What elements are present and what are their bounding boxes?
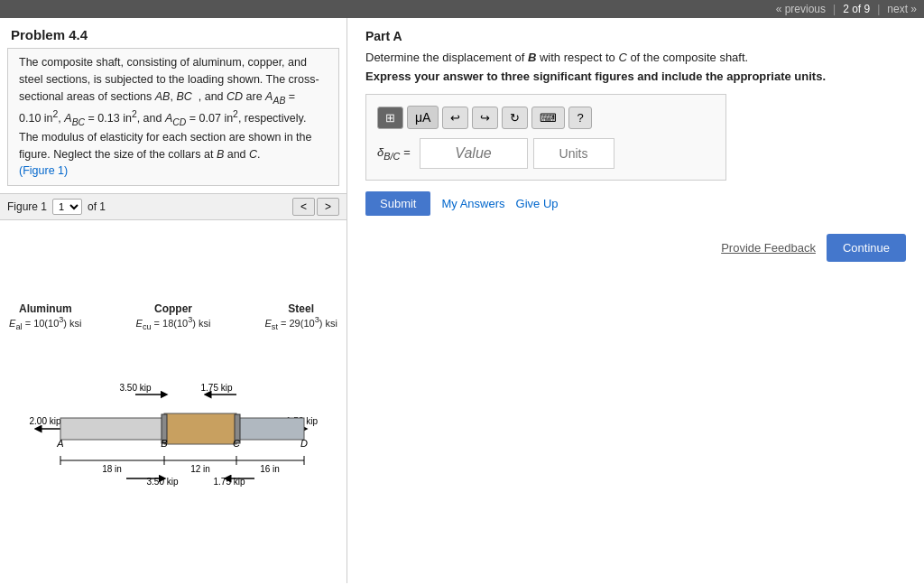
figure-nav-buttons: < > bbox=[292, 198, 339, 216]
answer-box: ⊞ μA ↩ ↪ ↻ ⌨ ? δB/C = bbox=[365, 94, 726, 181]
figure-header: Figure 1 1 of 1 < > bbox=[0, 193, 346, 220]
figure-prev-button[interactable]: < bbox=[292, 198, 315, 216]
matrix-button[interactable]: ⊞ bbox=[377, 107, 403, 129]
my-answers-button[interactable]: My Answers bbox=[441, 197, 504, 210]
bottom-action-row: Provide Feedback Continue bbox=[365, 234, 906, 262]
continue-button[interactable]: Continue bbox=[827, 234, 906, 262]
main-layout: Problem 4.4 The composite shaft, consist… bbox=[0, 18, 924, 583]
redo-button[interactable]: ↪ bbox=[472, 107, 498, 129]
right-panel: Part A Determine the displacement of B w… bbox=[347, 18, 924, 583]
help-button[interactable]: ? bbox=[568, 107, 591, 129]
give-up-button[interactable]: Give Up bbox=[516, 197, 559, 210]
svg-text:C: C bbox=[233, 438, 240, 449]
material-labels: Aluminum Eal = 10(103) ksi Copper Ecu = … bbox=[9, 302, 337, 331]
svg-rect-8 bbox=[60, 418, 164, 440]
mu-button[interactable]: μA bbox=[407, 106, 439, 129]
refresh-button[interactable]: ↻ bbox=[502, 107, 528, 129]
svg-rect-9 bbox=[164, 413, 236, 444]
feedback-button[interactable]: Provide Feedback bbox=[721, 241, 816, 255]
figure-select[interactable]: 1 bbox=[52, 199, 82, 215]
page-info: 2 of 9 bbox=[843, 3, 870, 15]
svg-text:A: A bbox=[56, 438, 63, 449]
material-copper: Copper Ecu = 18(103) ksi bbox=[136, 302, 211, 331]
figure-canvas: Aluminum Eal = 10(103) ksi Copper Ecu = … bbox=[0, 220, 346, 583]
keyboard-button[interactable]: ⌨ bbox=[531, 107, 565, 129]
part-question: Determine the displacement of B with res… bbox=[365, 51, 906, 64]
left-panel: Problem 4.4 The composite shaft, consist… bbox=[0, 18, 347, 583]
figure-next-button[interactable]: > bbox=[317, 198, 339, 216]
nav-separator: | bbox=[833, 3, 836, 15]
svg-text:2.00 kip: 2.00 kip bbox=[29, 416, 60, 426]
next-link[interactable]: next » bbox=[887, 3, 917, 15]
answer-row: δB/C = bbox=[377, 138, 715, 169]
svg-text:3.50 kip: 3.50 kip bbox=[119, 383, 151, 393]
nav-separator2: | bbox=[877, 3, 880, 15]
value-input[interactable] bbox=[420, 138, 528, 169]
svg-text:1.75 kip: 1.75 kip bbox=[200, 383, 232, 393]
previous-link[interactable]: « previous bbox=[776, 3, 826, 15]
svg-rect-10 bbox=[236, 418, 304, 440]
figure-label-text: Figure 1 bbox=[7, 200, 47, 213]
figure-link[interactable]: (Figure 1) bbox=[19, 164, 68, 177]
part-label: Part A bbox=[365, 29, 906, 43]
toolbar: ⊞ μA ↩ ↪ ↻ ⌨ ? bbox=[377, 106, 715, 129]
svg-text:18 in: 18 in bbox=[102, 464, 122, 474]
shaft-diagram: 3.50 kip 1.75 kip 1.50 kip 2.00 kip bbox=[29, 339, 318, 501]
svg-text:B: B bbox=[161, 438, 167, 449]
material-aluminum: Aluminum Eal = 10(103) ksi bbox=[9, 302, 81, 331]
figure-section: Figure 1 1 of 1 < > Aluminum Eal = 10(10… bbox=[0, 193, 346, 583]
submit-button[interactable]: Submit bbox=[365, 191, 430, 216]
top-navigation: « previous | 2 of 9 | next » bbox=[0, 0, 924, 18]
part-instruction: Express your answer to three significant… bbox=[365, 70, 906, 83]
action-row: Submit My Answers Give Up bbox=[365, 191, 906, 216]
undo-button[interactable]: ↩ bbox=[442, 107, 468, 129]
svg-text:16 in: 16 in bbox=[260, 464, 280, 474]
problem-title: Problem 4.4 bbox=[0, 18, 346, 48]
answer-symbol: δB/C = bbox=[377, 145, 411, 162]
figure-of-text: of 1 bbox=[88, 200, 106, 213]
svg-text:12 in: 12 in bbox=[190, 464, 210, 474]
material-steel: Steel Est = 29(103) ksi bbox=[264, 302, 337, 331]
problem-description: The composite shaft, consisting of alumi… bbox=[7, 48, 339, 186]
units-input[interactable] bbox=[533, 138, 614, 169]
svg-text:D: D bbox=[300, 438, 308, 449]
